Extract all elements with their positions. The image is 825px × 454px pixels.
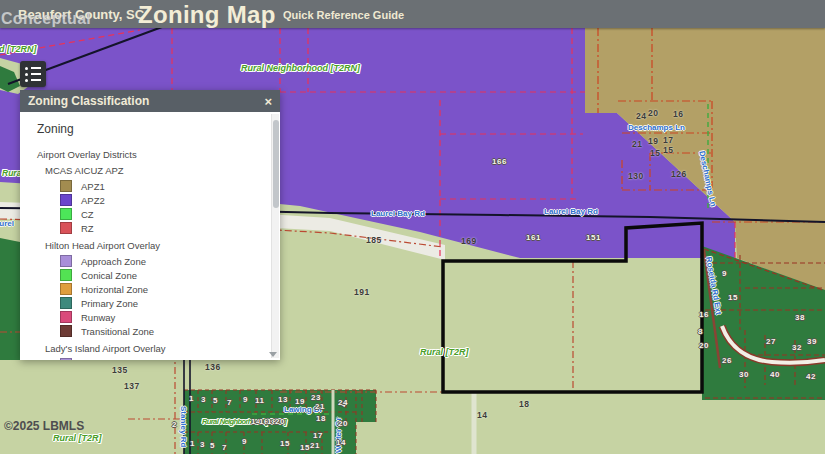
legend-item-label: Conical Zone <box>81 270 137 281</box>
legend-swatch <box>60 358 72 360</box>
legend-item-label: Approach Zone <box>81 256 146 267</box>
panel-body: Zoning Airport Overlay DistrictsMCAS AIC… <box>20 112 280 360</box>
legend-item-primary-zone: Primary Zone <box>60 296 270 310</box>
conceptual-watermark: Conceptual <box>1 10 91 28</box>
panel-scrollbar[interactable] <box>271 114 279 358</box>
legend-group-airport-overlay-districts: Airport Overlay Districts <box>37 149 270 160</box>
legend-item-transitional-zone: Transitional Zone <box>60 324 270 338</box>
legend-swatch <box>60 208 72 220</box>
legend-item-rz: RZ <box>60 221 270 235</box>
legend-item-apz2: APZ2 <box>60 193 270 207</box>
legend-item-label: Primary Zone <box>81 298 138 309</box>
legend-item-label: CZ <box>81 209 94 220</box>
legend-swatch <box>60 269 72 281</box>
legend-item-label: APZ1 <box>81 181 105 192</box>
legend-swatch <box>60 297 72 309</box>
close-icon[interactable]: × <box>264 94 272 109</box>
legend-item-cz: CZ <box>60 207 270 221</box>
legend-item-conical-zone: Conical Zone <box>60 268 270 282</box>
panel-header[interactable]: Zoning Classification × <box>20 90 280 112</box>
map-attribution: ©2025 LBMLS <box>4 419 84 433</box>
app-header: Beaufort County, SC Zoning Map Quick Ref… <box>0 0 825 28</box>
legend-swatch <box>60 325 72 337</box>
legend-item-label: Runway <box>81 312 115 323</box>
legend-group-hilton-head-airport-overlay: Hilton Head Airport Overlay <box>45 240 270 251</box>
app-title: Zoning Map <box>138 1 276 29</box>
legend-item-horizontal-zone: Horizontal Zone <box>60 282 270 296</box>
legend-item-item <box>60 357 270 360</box>
legend-item-label: Transitional Zone <box>81 326 154 337</box>
quick-reference-guide-link[interactable]: Quick Reference Guide <box>283 9 404 21</box>
legend-swatch <box>60 180 72 192</box>
legend-item-approach-zone: Approach Zone <box>60 254 270 268</box>
legend-section-title: Zoning <box>37 122 270 136</box>
legend-swatch <box>60 283 72 295</box>
legend-swatch <box>60 222 72 234</box>
panel-title: Zoning Classification <box>28 94 149 108</box>
scroll-down-indicator[interactable] <box>269 352 277 357</box>
legend-toggle-button[interactable] <box>20 61 46 87</box>
legend-item-label: APZ2 <box>81 195 105 206</box>
scrollbar-thumb[interactable] <box>273 120 279 208</box>
legend-item-runway: Runway <box>60 310 270 324</box>
legend-item-apz1: APZ1 <box>60 179 270 193</box>
legend-item-label: RZ <box>81 223 94 234</box>
legend-swatch <box>60 194 72 206</box>
legend-group-mcas-aicuz-apz: MCAS AICUZ APZ <box>45 165 270 176</box>
legend-swatch <box>60 255 72 267</box>
legend-group-lady-s-island-airport-overlay: Lady's Island Airport Overlay <box>45 343 270 354</box>
legend-swatch <box>60 311 72 323</box>
zoning-map-app: Rural Neighborhood [T2RN]Neighborhood [T… <box>0 0 825 454</box>
legend-item-label: Horizontal Zone <box>81 284 148 295</box>
zoning-classification-panel: Zoning Classification × Zoning Airport O… <box>20 90 280 360</box>
